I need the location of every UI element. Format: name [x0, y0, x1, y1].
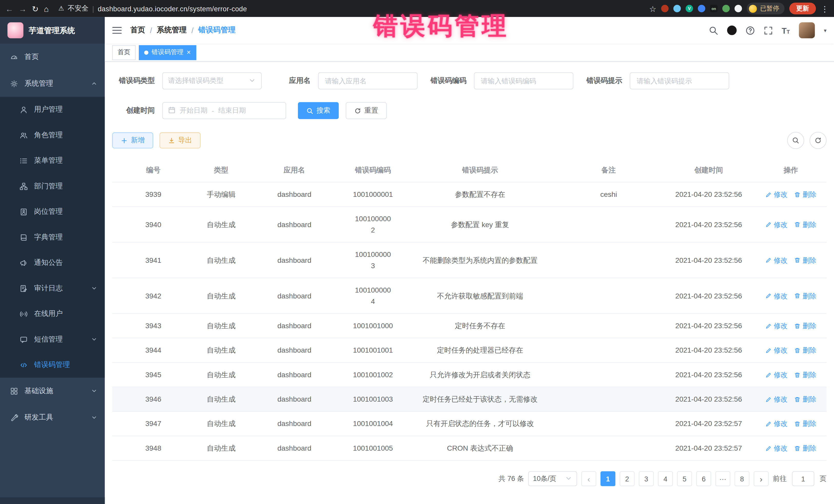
error-code-input[interactable]: [474, 72, 573, 89]
search-button[interactable]: 搜索: [298, 102, 339, 119]
sidebar-item-notice[interactable]: 通知公告: [0, 250, 105, 275]
edit-link[interactable]: 修改: [765, 418, 788, 429]
back-icon[interactable]: ←: [5, 5, 13, 13]
delete-link[interactable]: 删除: [794, 442, 816, 454]
sidebar-item-dict-mgmt[interactable]: 字典管理: [0, 224, 105, 250]
breadcrumb-home[interactable]: 首页: [130, 25, 145, 35]
sidebar-item-infrastructure[interactable]: 基础设施: [0, 378, 105, 404]
refresh-table-button[interactable]: [810, 132, 827, 149]
start-date-placeholder: 开始日期: [180, 106, 207, 115]
delete-link[interactable]: 删除: [794, 418, 816, 429]
fullscreen-icon[interactable]: [764, 26, 773, 35]
tab-home[interactable]: 首页: [112, 45, 135, 60]
page-button-4[interactable]: 4: [658, 471, 673, 486]
log-icon: [19, 284, 28, 292]
more-pages-button[interactable]: ···: [716, 471, 730, 486]
export-button[interactable]: 导出: [160, 132, 201, 148]
sidebar-item-system-mgmt[interactable]: 系统管理: [0, 70, 105, 97]
sidebar-item-menu-mgmt[interactable]: 菜单管理: [0, 148, 105, 173]
font-size-icon[interactable]: TT: [782, 26, 790, 35]
sidebar-item-error-code-mgmt[interactable]: 错误码管理: [0, 352, 105, 377]
end-date-placeholder: 结束日期: [218, 106, 246, 115]
extension-on-badge-icon[interactable]: on: [710, 5, 718, 12]
extension-icon[interactable]: [673, 5, 681, 12]
goto-page-input[interactable]: [792, 471, 814, 486]
breadcrumb-separator: /: [150, 26, 152, 35]
error-hint-input[interactable]: [630, 72, 729, 89]
app-name-input[interactable]: [318, 72, 418, 89]
edit-link[interactable]: 修改: [765, 442, 788, 454]
edit-link[interactable]: 修改: [765, 345, 788, 356]
update-button[interactable]: 更新: [789, 3, 816, 14]
sms-icon: [19, 335, 28, 344]
menu-dots-icon[interactable]: ⋮: [821, 5, 829, 13]
delete-link[interactable]: 删除: [794, 290, 816, 302]
prev-page-button[interactable]: ‹: [581, 471, 596, 486]
sidebar-item-dept-mgmt[interactable]: 部门管理: [0, 174, 105, 199]
goto-suffix-label: 页: [820, 474, 827, 483]
edit-link[interactable]: 修改: [765, 255, 788, 266]
sidebar-item-role-mgmt[interactable]: 角色管理: [0, 123, 105, 148]
sidebar-toggle-icon[interactable]: [112, 26, 122, 35]
page-button-5[interactable]: 5: [677, 471, 692, 486]
add-button[interactable]: 新增: [112, 132, 153, 148]
tab-error-code-mgmt[interactable]: 错误码管理 ×: [139, 45, 196, 60]
delete-link[interactable]: 删除: [794, 255, 816, 266]
profile-avatar-icon: [749, 5, 757, 13]
delete-link[interactable]: 删除: [794, 345, 816, 356]
edit-link[interactable]: 修改: [765, 369, 788, 380]
infra-grid-icon: [9, 387, 18, 395]
page-button-1[interactable]: 1: [600, 471, 615, 486]
edit-link[interactable]: 修改: [765, 189, 788, 200]
paw-extension-icon[interactable]: [734, 5, 742, 12]
edit-link[interactable]: 修改: [765, 219, 788, 230]
home-icon[interactable]: ⌂: [44, 5, 49, 13]
avatar[interactable]: [799, 22, 815, 38]
next-page-button[interactable]: ›: [754, 471, 769, 486]
search-icon[interactable]: [709, 26, 718, 35]
page-button-6[interactable]: 6: [696, 471, 711, 486]
sidebar-item-post-mgmt[interactable]: 岗位管理: [0, 199, 105, 224]
delete-link[interactable]: 删除: [794, 394, 816, 405]
chevron-down-icon[interactable]: ▾: [824, 27, 827, 34]
delete-link[interactable]: 删除: [794, 189, 816, 200]
edit-link[interactable]: 修改: [765, 394, 788, 405]
error-type-select[interactable]: 请选择错误码类型: [162, 72, 262, 89]
profile-paused-chip[interactable]: 已暂停: [747, 3, 785, 14]
extension-icon[interactable]: [722, 5, 730, 12]
extension-icon[interactable]: V: [686, 5, 693, 12]
sidebar-item-user-mgmt[interactable]: 用户管理: [0, 97, 105, 122]
github-icon[interactable]: [727, 25, 737, 35]
delete-link[interactable]: 删除: [794, 369, 816, 380]
page-size-select[interactable]: 10条/页: [528, 471, 577, 486]
forward-icon[interactable]: →: [19, 5, 27, 13]
bookmark-star-icon[interactable]: ☆: [649, 5, 656, 13]
app-logo[interactable]: 芋道管理系统: [0, 17, 105, 44]
sidebar-collapse-bar[interactable]: [0, 497, 105, 504]
reset-button[interactable]: 重置: [346, 102, 387, 119]
extension-icon[interactable]: [698, 5, 705, 12]
close-tab-icon[interactable]: ×: [187, 49, 191, 56]
sidebar-item-dev-tools[interactable]: 研发工具: [0, 404, 105, 431]
sidebar-item-online-users[interactable]: 在线用户: [0, 301, 105, 326]
delete-link[interactable]: 删除: [794, 320, 816, 332]
sidebar-item-home[interactable]: 首页: [0, 44, 105, 70]
extension-icon[interactable]: [661, 5, 668, 12]
page-button-2[interactable]: 2: [620, 471, 635, 486]
delete-link[interactable]: 删除: [794, 219, 816, 230]
page-button-8[interactable]: 8: [734, 471, 749, 486]
page-button-3[interactable]: 3: [639, 471, 654, 486]
navbar-actions: TT ▾: [709, 22, 827, 38]
date-range-picker[interactable]: 开始日期 - 结束日期: [162, 102, 286, 119]
edit-link[interactable]: 修改: [765, 320, 788, 332]
edit-link[interactable]: 修改: [765, 290, 788, 302]
address-bar[interactable]: ⚠ 不安全 | dashboard.yudao.iocoder.cn/syste…: [58, 4, 644, 13]
search-form: 错误码类型 请选择错误码类型 应用名 错误码编码: [112, 62, 827, 119]
gear-icon: [9, 79, 18, 88]
sidebar-item-sms-mgmt[interactable]: 短信管理: [0, 327, 105, 352]
breadcrumb-system-mgmt[interactable]: 系统管理: [157, 25, 186, 35]
reload-icon[interactable]: ↻: [32, 5, 39, 13]
help-icon[interactable]: [745, 26, 754, 35]
sidebar-item-audit-log[interactable]: 审计日志: [0, 276, 105, 301]
show-search-toggle-button[interactable]: [787, 132, 804, 149]
